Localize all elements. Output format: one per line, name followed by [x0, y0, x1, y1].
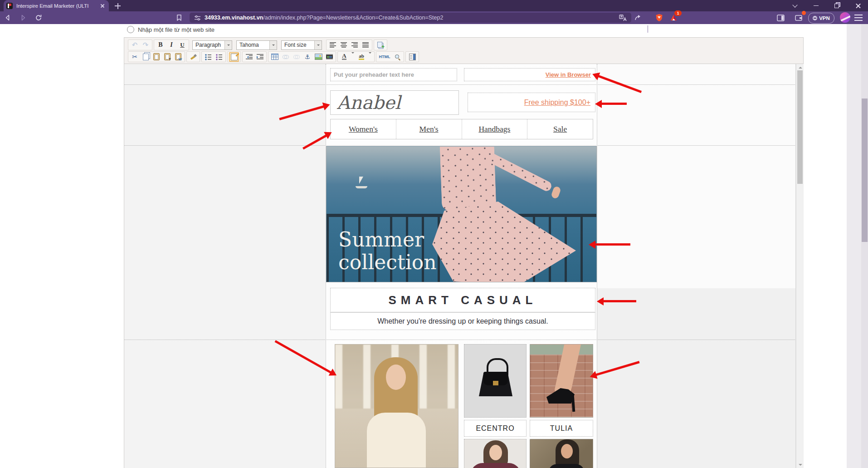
canvas-right-margin-bottom — [597, 288, 796, 468]
highlight-color-dropdown[interactable] — [367, 52, 373, 62]
paste-word-button[interactable]: W — [173, 52, 183, 62]
screen: Interspire Email Marketer (ULTIM 34933.e… — [0, 0, 868, 468]
copy-button[interactable] — [141, 52, 151, 62]
tab-search-chevron-icon[interactable] — [786, 0, 804, 11]
product-photo-ecentro[interactable] — [464, 344, 527, 418]
insert-image-button[interactable] — [313, 52, 323, 62]
url-bar[interactable]: 34933.em.vinahost.vn/admin/index.php?Pag… — [190, 13, 631, 23]
bold-button[interactable]: B — [156, 40, 166, 50]
section-title-region[interactable]: SMART CASUAL — [330, 288, 595, 312]
insert-template-button[interactable] — [375, 40, 385, 50]
tab-close-icon[interactable] — [99, 2, 106, 10]
wallet-icon[interactable] — [793, 12, 805, 23]
product-photo-maroon[interactable] — [464, 439, 527, 468]
scroll-up-icon[interactable] — [796, 64, 804, 71]
translate-icon[interactable] — [619, 15, 627, 21]
font-color-button[interactable]: A — [339, 52, 349, 62]
brand-logo-region[interactable]: Anabel — [330, 90, 459, 115]
dropdown-arrow-icon[interactable] — [224, 41, 232, 49]
outdent-button[interactable] — [244, 52, 254, 62]
indent-group — [242, 51, 267, 62]
redo-button[interactable]: ↷ — [141, 40, 151, 50]
browser-scrollbar-thumb[interactable] — [862, 99, 868, 242]
product-label-ecentro[interactable]: ECENTRO — [464, 420, 527, 437]
sidebar-icon[interactable] — [775, 12, 786, 23]
toggle-panel-button[interactable] — [407, 52, 417, 62]
edit-source-button[interactable] — [229, 52, 239, 62]
insert-table-button[interactable] — [270, 52, 280, 62]
preheader-region[interactable]: Put your preheader text here — [330, 68, 457, 81]
font-family-select[interactable]: Tahoma — [236, 40, 277, 50]
free-shipping-link[interactable]: Free shipping $100+ — [524, 99, 590, 107]
view-in-browser-region[interactable]: View in Browser — [464, 68, 595, 81]
dropdown-arrow-icon[interactable] — [314, 41, 322, 49]
paragraph-select[interactable]: Paragraph — [192, 40, 232, 50]
brave-shield-icon[interactable] — [653, 12, 665, 23]
free-shipping-region[interactable]: Free shipping $100+ — [468, 93, 595, 112]
menu-icon[interactable] — [854, 14, 863, 21]
align-right-button[interactable] — [350, 40, 360, 50]
vpn-button[interactable]: VPN — [808, 13, 834, 24]
extension-icon[interactable]: 1 — [668, 12, 679, 23]
import-url-radio[interactable] — [127, 26, 134, 33]
share-icon[interactable] — [632, 12, 644, 23]
browser-tab[interactable]: Interspire Email Marketer (ULTIM — [4, 0, 109, 11]
scroll-down-icon[interactable] — [796, 461, 804, 468]
font-color-dropdown[interactable] — [350, 52, 356, 62]
profile-avatar[interactable] — [840, 12, 850, 23]
site-settings-icon[interactable] — [194, 15, 201, 21]
nav-link-womens[interactable]: Women's — [331, 119, 396, 139]
panel-group — [405, 51, 419, 62]
hero-title: Summer collection — [338, 228, 437, 274]
insert-link-button[interactable] — [281, 52, 291, 62]
nav-link-handbags[interactable]: Handbags — [462, 119, 528, 139]
editor-scrollbar-thumb[interactable] — [797, 70, 803, 184]
view-in-browser-link[interactable]: View in Browser — [546, 71, 591, 78]
product-photo-black[interactable] — [530, 439, 593, 468]
painter-group — [186, 51, 200, 62]
window-minimize-button[interactable] — [807, 0, 825, 11]
browser-scrollbar[interactable] — [861, 24, 868, 468]
align-left-button[interactable] — [328, 40, 338, 50]
editor-scrollbar[interactable] — [796, 64, 804, 468]
paste-button[interactable] — [151, 52, 161, 62]
url-text[interactable]: 34933.em.vinahost.vn/admin/index.php?Pag… — [205, 15, 443, 21]
back-button[interactable] — [2, 12, 14, 23]
cut-button[interactable]: ✂ — [130, 52, 140, 62]
italic-button[interactable]: I — [166, 40, 176, 50]
underline-button[interactable]: U — [177, 40, 187, 50]
nav-link-mens[interactable]: Men's — [396, 119, 462, 139]
nav-link-sale[interactable]: Sale — [527, 119, 593, 139]
window-close-button[interactable] — [849, 0, 867, 11]
tab-title: Interspire Email Marketer (ULTIM — [16, 3, 89, 9]
html-source-button[interactable]: HTML — [378, 52, 391, 62]
forward-button[interactable] — [17, 12, 29, 23]
remove-link-button[interactable] — [292, 52, 302, 62]
window-restore-button[interactable] — [828, 0, 846, 11]
new-tab-button[interactable] — [113, 1, 122, 10]
reload-button[interactable] — [33, 12, 44, 23]
highlight-color-button[interactable]: ab — [356, 52, 366, 62]
hero-image[interactable]: Summer collection — [326, 146, 597, 282]
align-center-button[interactable] — [339, 40, 349, 50]
dropdown-arrow-icon[interactable] — [269, 41, 277, 49]
email-design-canvas[interactable]: Put your preheader text here View in Bro… — [124, 64, 796, 468]
undo-redo-group: ↶ ↷ — [128, 39, 152, 50]
bullet-list-button[interactable] — [203, 52, 213, 62]
numbered-list-button[interactable] — [214, 52, 224, 62]
product-photo-large[interactable] — [335, 344, 458, 468]
insert-video-button[interactable] — [324, 52, 334, 62]
email-navbar[interactable]: Women's Men's Handbags Sale — [330, 119, 593, 139]
undo-button[interactable]: ↶ — [130, 40, 140, 50]
font-size-select[interactable]: Font size — [281, 40, 322, 50]
bookmark-icon[interactable] — [173, 12, 185, 23]
product-photo-tulia[interactable] — [530, 344, 593, 418]
preview-button[interactable] — [392, 52, 402, 62]
anchor-button[interactable]: ⚓ — [302, 52, 312, 62]
align-justify-button[interactable] — [361, 40, 371, 50]
paste-text-button[interactable]: T — [162, 52, 172, 62]
product-label-tulia[interactable]: TULIA — [530, 420, 593, 437]
section-subtitle-region[interactable]: Whether you're dressing up or keeping th… — [330, 312, 595, 330]
format-painter-button[interactable] — [188, 52, 198, 62]
indent-button[interactable] — [255, 52, 265, 62]
